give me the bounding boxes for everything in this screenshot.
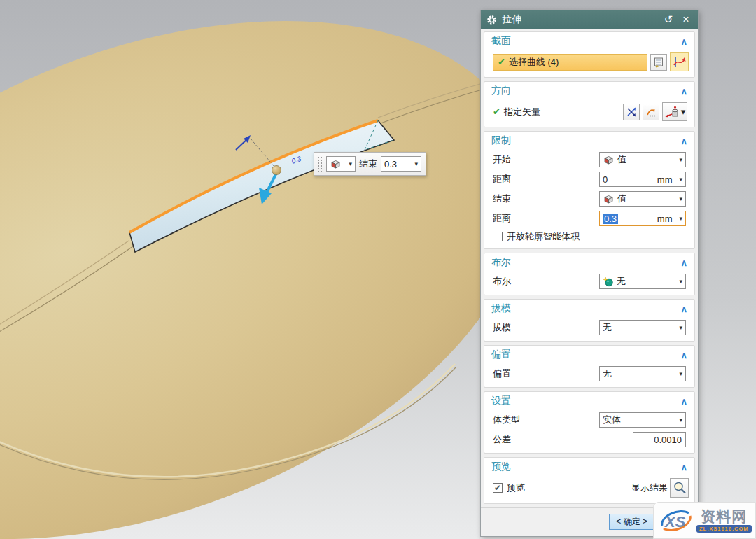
start-distance-input[interactable]: 0 mm ▾: [599, 172, 686, 187]
group-draft: 拔模 ∧ 拔模 无 ▾: [484, 299, 695, 342]
drag-handle-sphere[interactable]: [272, 166, 281, 175]
magnifier-icon: [673, 481, 687, 495]
boolean-dropdown[interactable]: 无 ▾: [599, 274, 686, 289]
draft-label: 拔模: [493, 321, 599, 334]
end-distance-unit[interactable]: mm: [657, 214, 680, 224]
vector-dialog-button[interactable]: ▾: [662, 102, 687, 121]
boolean-value: 无: [617, 275, 626, 288]
preview-group-header[interactable]: 预览 ∧: [484, 458, 694, 475]
value-cube-icon: [603, 194, 615, 204]
group-boolean: 布尔 ∧ 布尔 无 ▾: [484, 253, 695, 295]
direction-group-header[interactable]: 方向 ∧: [484, 82, 694, 99]
end-distance-label: 结束: [359, 158, 377, 170]
check-icon: ✔: [498, 57, 505, 67]
boolean-none-icon: [603, 276, 614, 287]
draft-header-label: 拔模: [491, 302, 511, 315]
group-offset: 偏置 ∧ 偏置 无 ▾: [484, 345, 695, 388]
watermark: XS 资料网 ZL.XS1616.COM: [653, 502, 756, 539]
drag-handle-grip-icon[interactable]: [317, 156, 323, 172]
dropdown-arrow-icon: ▾: [679, 278, 682, 285]
end-distance-input[interactable]: 0.3 ▾: [381, 156, 421, 172]
show-result-label: 显示结果: [631, 482, 668, 494]
dropdown-arrow-icon: ▾: [681, 106, 686, 117]
body-type-label: 体类型: [493, 414, 599, 426]
tolerance-label: 公差: [493, 433, 633, 446]
close-icon[interactable]: ×: [680, 13, 692, 26]
chevron-up-icon[interactable]: ∧: [680, 350, 687, 360]
chevron-up-icon[interactable]: ∧: [680, 136, 687, 146]
chevron-up-icon[interactable]: ∧: [680, 36, 687, 47]
specify-vector-label: 指定矢量: [504, 106, 623, 118]
extrude-dialog: 拉伸 ↺ × 截面 ∧ ✔ 选择曲线 (4): [480, 10, 699, 537]
section-sketch-button[interactable]: [650, 54, 667, 71]
reset-icon[interactable]: ↺: [662, 13, 675, 26]
value-cube-icon: [603, 155, 615, 165]
end-distance-input[interactable]: 0.3 mm ▾: [599, 211, 686, 226]
boolean-header-label: 布尔: [491, 256, 511, 269]
end-limit-value: 值: [617, 192, 626, 205]
offset-value: 无: [603, 368, 612, 380]
dropdown-arrow-icon: ▾: [679, 324, 682, 331]
select-curve-bar[interactable]: ✔ 选择曲线 (4): [493, 54, 648, 71]
curve-rule-button[interactable]: [670, 52, 689, 71]
dropdown-arrow-icon: ▾: [679, 195, 682, 202]
offset-label: 偏置: [493, 368, 599, 380]
dropdown-arrow-icon: ▾: [679, 416, 682, 424]
face-normal-vector-icon: [664, 105, 681, 119]
body-type-dropdown[interactable]: 实体 ▾: [599, 412, 686, 428]
reverse-direction-icon: [645, 106, 657, 118]
offset-dropdown[interactable]: 无 ▾: [599, 366, 686, 382]
curve-rule-icon: [673, 55, 686, 69]
end-limit-dropdown[interactable]: 值 ▾: [599, 191, 686, 206]
tolerance-value: 0.0010: [654, 435, 682, 445]
select-curve-label: 选择曲线 (4): [509, 56, 559, 69]
chevron-up-icon[interactable]: ∧: [680, 462, 687, 472]
body-type-value: 实体: [603, 414, 621, 426]
start-distance-unit[interactable]: mm: [657, 174, 680, 185]
limits-group-header[interactable]: 限制 ∧: [484, 132, 694, 149]
preview-header-label: 预览: [491, 461, 511, 473]
chevron-up-icon[interactable]: ∧: [680, 86, 687, 97]
end-distance-value: 0.3: [603, 214, 618, 224]
onscreen-input-toolbar[interactable]: ▾ 结束 0.3 ▾: [314, 152, 426, 176]
dropdown-arrow-icon: ▾: [679, 370, 682, 377]
boolean-group-header[interactable]: 布尔 ∧: [484, 253, 694, 271]
inferred-vector-button[interactable]: [623, 104, 640, 120]
direction-header-label: 方向: [491, 85, 511, 97]
group-direction: 方向 ∧ ✔ 指定矢量: [484, 81, 695, 127]
boolean-label: 布尔: [493, 275, 599, 288]
gear-icon: [486, 15, 497, 25]
preview-checkbox[interactable]: ✔: [493, 483, 503, 493]
reverse-direction-button[interactable]: [643, 104, 659, 120]
draft-group-header[interactable]: 拔模 ∧: [484, 300, 694, 317]
start-label: 开始: [493, 153, 599, 166]
end-limit-type-dropdown[interactable]: ▾: [326, 156, 356, 172]
group-section: 截面 ∧ ✔ 选择曲线 (4): [484, 31, 695, 78]
tolerance-input[interactable]: 0.0010: [633, 432, 686, 447]
chevron-up-icon[interactable]: ∧: [680, 258, 687, 268]
watermark-logo-icon: XS: [658, 506, 694, 536]
open-profile-checkbox[interactable]: [493, 232, 503, 241]
dropdown-arrow-icon: ▾: [679, 215, 682, 222]
start-limit-dropdown[interactable]: 值 ▾: [599, 152, 686, 167]
show-result-button[interactable]: [670, 478, 689, 498]
end-distance-value: 0.3: [384, 159, 397, 169]
start-limit-value: 值: [617, 153, 626, 166]
settings-header-label: 设置: [491, 395, 511, 407]
end-distance-label: 距离: [493, 212, 599, 225]
chevron-up-icon[interactable]: ∧: [680, 396, 687, 407]
dialog-title: 拉伸: [502, 13, 657, 26]
draft-dropdown[interactable]: 无 ▾: [599, 320, 686, 335]
check-icon: ✔: [493, 106, 500, 117]
offset-group-header[interactable]: 偏置 ∧: [484, 346, 694, 363]
end-label: 结束: [493, 192, 599, 205]
start-distance-label: 距离: [493, 173, 599, 186]
ok-button[interactable]: < 确定 >: [609, 514, 654, 530]
group-preview: 预览 ∧ ✔ 预览 显示结果: [484, 457, 695, 504]
dropdown-arrow-icon: ▾: [410, 160, 418, 167]
section-group-header[interactable]: 截面 ∧: [484, 32, 694, 50]
settings-group-header[interactable]: 设置 ∧: [484, 392, 694, 410]
dialog-titlebar[interactable]: 拉伸 ↺ ×: [481, 10, 698, 29]
chevron-up-icon[interactable]: ∧: [680, 304, 687, 314]
dialog-body: 截面 ∧ ✔ 选择曲线 (4): [481, 29, 698, 504]
